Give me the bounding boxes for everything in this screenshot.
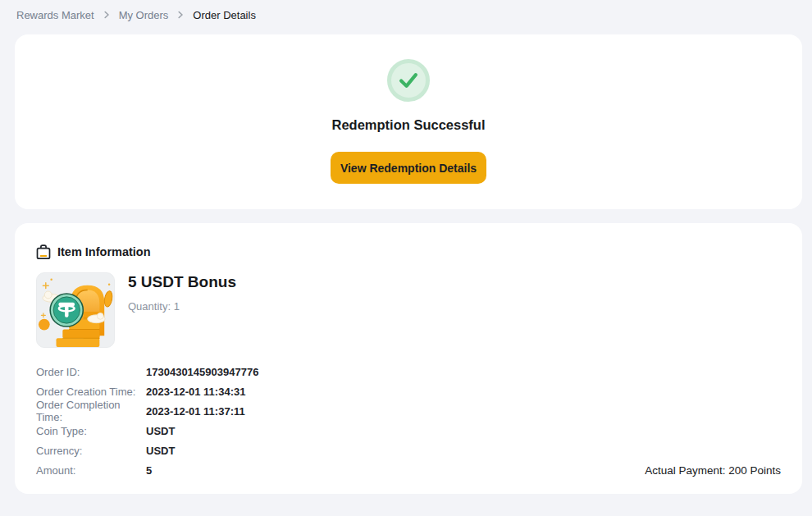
detail-label: Order Completion Time: xyxy=(36,399,146,423)
breadcrumb-my-orders[interactable]: My Orders xyxy=(119,9,169,21)
detail-value: 1730430145903947776 xyxy=(146,366,258,378)
item-information-card: Item Information xyxy=(15,223,802,494)
product-info: 5 USDT Bonus Quantity: 1 xyxy=(128,272,236,348)
item-information-title: Item Information xyxy=(57,245,151,258)
detail-label: Amount: xyxy=(36,464,146,477)
detail-row-creation-time: Order Creation Time: 2023-12-01 11:34:31 xyxy=(36,381,781,401)
breadcrumb-order-details: Order Details xyxy=(193,9,256,21)
detail-label: Order Creation Time: xyxy=(36,386,146,398)
detail-value: USDT xyxy=(146,445,175,457)
redemption-success-card: Redemption Successful View Redemption De… xyxy=(15,34,802,209)
actual-payment: Actual Payment: 200 Points xyxy=(645,464,781,477)
detail-value: 2023-12-01 11:34:31 xyxy=(146,386,245,398)
order-details-list: Order ID: 1730430145903947776 Order Crea… xyxy=(36,362,781,480)
detail-label: Coin Type: xyxy=(36,425,146,437)
item-information-header: Item Information xyxy=(36,244,781,260)
check-icon xyxy=(387,59,430,102)
detail-row-order-id: Order ID: 1730430145903947776 xyxy=(36,362,781,381)
product-name: 5 USDT Bonus xyxy=(128,273,236,291)
usdt-bonus-illustration xyxy=(36,272,115,348)
detail-value: USDT xyxy=(146,425,175,437)
detail-label: Order ID: xyxy=(36,366,146,378)
detail-label: Currency: xyxy=(36,445,146,457)
breadcrumb: Rewards Market My Orders Order Details xyxy=(0,0,812,30)
product-quantity: Quantity: 1 xyxy=(128,300,236,313)
breadcrumb-rewards-market[interactable]: Rewards Market xyxy=(16,9,94,21)
detail-row-currency: Currency: USDT xyxy=(36,441,781,460)
detail-value: 2023-12-01 11:37:11 xyxy=(146,405,245,418)
detail-value: 5 xyxy=(146,464,152,477)
detail-row-amount: Amount: 5 Actual Payment: 200 Points xyxy=(36,460,781,480)
chevron-right-icon xyxy=(176,11,185,19)
view-redemption-details-button[interactable]: View Redemption Details xyxy=(331,152,486,184)
detail-row-coin-type: Coin Type: USDT xyxy=(36,421,781,441)
detail-row-completion-time: Order Completion Time: 2023-12-01 11:37:… xyxy=(36,401,781,421)
shopping-bag-icon xyxy=(36,244,51,260)
chevron-right-icon xyxy=(103,11,111,19)
product-row: 5 USDT Bonus Quantity: 1 xyxy=(36,272,781,348)
success-status-title: Redemption Successful xyxy=(331,117,485,133)
